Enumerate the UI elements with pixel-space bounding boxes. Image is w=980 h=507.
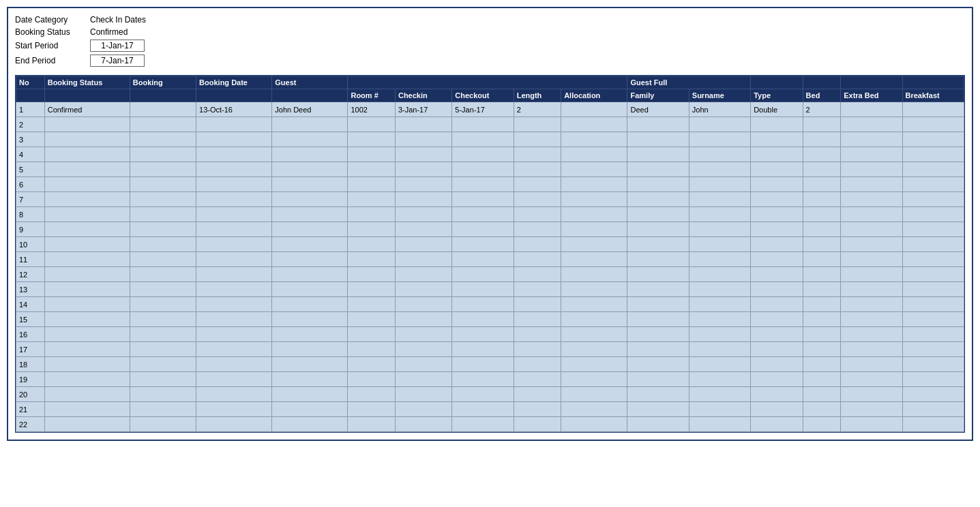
cell-type [751, 177, 803, 192]
cell-extra_bed [841, 297, 902, 312]
cell-length [514, 222, 561, 237]
cell-surname [689, 297, 750, 312]
cell-length [514, 132, 561, 147]
cell-length: 2 [514, 102, 561, 117]
cell-guest [272, 237, 348, 252]
cell-surname [689, 402, 750, 417]
cell-no: 14 [16, 297, 45, 312]
cell-bed [803, 327, 841, 342]
cell-breakfast [902, 402, 964, 417]
cell-booking_status [44, 207, 130, 222]
table-row: 5 [16, 162, 964, 177]
cell-family [627, 282, 689, 297]
cell-breakfast [902, 387, 964, 402]
cell-guest [272, 342, 348, 357]
cell-booking_status [44, 132, 130, 147]
cell-surname [689, 267, 750, 282]
cell-checkin [395, 372, 451, 387]
cell-booking [130, 102, 196, 117]
cell-bed [803, 132, 841, 147]
cell-family [627, 297, 689, 312]
cell-type [751, 117, 803, 132]
cell-breakfast [902, 357, 964, 372]
cell-allocation [561, 297, 627, 312]
table-row: 8 [16, 207, 964, 222]
cell-extra_bed [841, 237, 902, 252]
table-row: 11 [16, 252, 964, 267]
booking-status-label: Booking Status [15, 27, 90, 37]
col-sub-guest [272, 89, 348, 102]
cell-no: 13 [16, 282, 45, 297]
cell-booking [130, 402, 196, 417]
cell-allocation [561, 147, 627, 162]
cell-length [514, 237, 561, 252]
col-sub-allocation: Allocation [561, 89, 627, 102]
cell-no: 17 [16, 342, 45, 357]
cell-extra_bed [841, 417, 902, 432]
cell-guest [272, 177, 348, 192]
end-period-input[interactable] [90, 55, 145, 67]
cell-type [751, 252, 803, 267]
table-body: 1Confirmed13-Oct-16John Deed10023-Jan-17… [16, 102, 964, 432]
cell-breakfast [902, 417, 964, 432]
cell-booking_date [196, 372, 272, 387]
cell-checkin [395, 192, 451, 207]
start-period-label: Start Period [15, 41, 90, 50]
cell-type [751, 342, 803, 357]
cell-booking [130, 117, 196, 132]
cell-guest: John Deed [272, 102, 348, 117]
cell-surname [689, 312, 750, 327]
cell-breakfast [902, 282, 964, 297]
cell-allocation [561, 282, 627, 297]
cell-checkout: 5-Jan-17 [452, 102, 514, 117]
cell-surname [689, 252, 750, 267]
cell-checkin [395, 402, 451, 417]
cell-checkout [452, 117, 514, 132]
col-header-guest: Guest [272, 76, 348, 89]
cell-length [514, 147, 561, 162]
cell-extra_bed [841, 402, 902, 417]
cell-allocation [561, 372, 627, 387]
date-category-value: Check In Dates [90, 15, 146, 25]
cell-booking [130, 222, 196, 237]
cell-guest [272, 417, 348, 432]
cell-no: 21 [16, 402, 45, 417]
cell-booking_date [196, 342, 272, 357]
col-header-guest-full: Guest Full [627, 76, 751, 89]
cell-family [627, 237, 689, 252]
cell-type [751, 327, 803, 342]
filter-section: Date Category Check In Dates Booking Sta… [15, 15, 965, 67]
col-sub-type: Type [751, 89, 803, 102]
cell-surname [689, 372, 750, 387]
start-period-input[interactable] [90, 40, 145, 52]
cell-breakfast [902, 177, 964, 192]
cell-no: 4 [16, 147, 45, 162]
cell-type [751, 147, 803, 162]
cell-booking_status [44, 297, 130, 312]
table-row: 4 [16, 147, 964, 162]
cell-room [348, 252, 395, 267]
cell-allocation [561, 162, 627, 177]
cell-family [627, 342, 689, 357]
col-sub-room: Room # [348, 89, 395, 102]
cell-length [514, 327, 561, 342]
cell-room [348, 342, 395, 357]
cell-booking_date [196, 387, 272, 402]
cell-booking_date [196, 312, 272, 327]
cell-booking_date [196, 237, 272, 252]
cell-allocation [561, 117, 627, 132]
cell-family [627, 207, 689, 222]
cell-type: Double [751, 102, 803, 117]
cell-booking_status [44, 117, 130, 132]
cell-bed [803, 312, 841, 327]
cell-checkin [395, 357, 451, 372]
filter-end-period: End Period [15, 55, 965, 67]
cell-length [514, 312, 561, 327]
cell-family [627, 372, 689, 387]
cell-no: 8 [16, 207, 45, 222]
cell-checkout [452, 297, 514, 312]
cell-no: 1 [16, 102, 45, 117]
cell-no: 19 [16, 372, 45, 387]
cell-checkin [395, 237, 451, 252]
cell-checkin [395, 252, 451, 267]
